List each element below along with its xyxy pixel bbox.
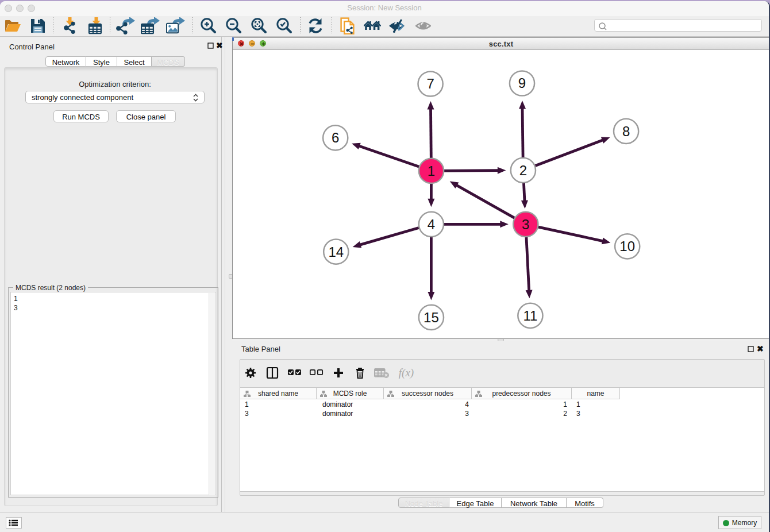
svg-text:3: 3 [522,217,529,232]
svg-text:1: 1 [428,163,435,179]
svg-text:4: 4 [428,217,435,232]
svg-text:7: 7 [426,76,434,91]
svg-text:9: 9 [518,75,526,91]
svg-text:11: 11 [523,308,537,323]
svg-text:14: 14 [328,244,344,260]
svg-text:10: 10 [619,238,635,254]
svg-text:6: 6 [332,130,339,145]
svg-text:8: 8 [622,124,630,139]
svg-text:2: 2 [519,163,527,178]
svg-text:15: 15 [424,310,439,325]
